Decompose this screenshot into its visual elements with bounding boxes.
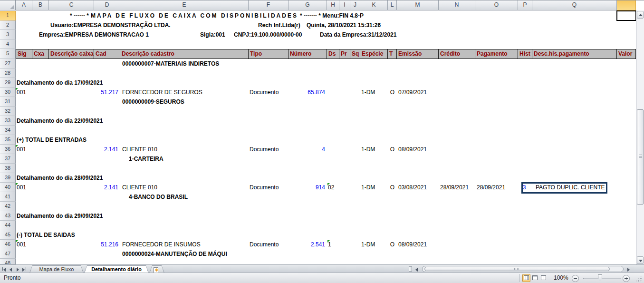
cell-g36[interactable]: 4 [288,145,325,154]
cell-e37[interactable]: 1-CARTEIRA [129,154,163,164]
row-header-45[interactable]: 45 [0,230,16,240]
row-header-43[interactable]: 43 [0,211,16,221]
row-header-33[interactable]: 33 [0,116,16,126]
column-header-k[interactable]: K [360,0,388,10]
zoom-slider-track[interactable] [583,278,621,279]
cell-l30[interactable]: O [388,88,397,97]
cell-o40[interactable]: 28/09/2021 [477,183,505,192]
scroll-down-button[interactable] [637,256,644,264]
column-header-j[interactable]: J [350,0,360,10]
band-header-emissao[interactable]: Emissão [397,49,439,59]
cell-sigla[interactable]: Sigla:001 [200,30,225,39]
row-header-3[interactable]: 3 [0,30,16,39]
row-header-48[interactable]: 48 [0,259,16,264]
cell-a29[interactable]: Detalhamento do dia 17/09/2021 [17,78,103,88]
band-header-especie[interactable]: Espécie [360,49,388,59]
cell-a30[interactable]: 001 [17,88,26,97]
previous-sheet-button[interactable] [8,266,14,272]
cell-a36[interactable]: 001 [17,145,26,154]
cell-m36[interactable]: 08/09/2021 [398,145,427,154]
row-header-36[interactable]: 36 [0,145,16,154]
last-sheet-button[interactable] [21,266,28,272]
cell-f36[interactable]: Documento [250,145,279,154]
cell-g30[interactable]: 65.874 [288,88,325,97]
cell-a35[interactable]: (+) TOTAL DE ENTRADAS [17,135,87,145]
column-header-selected[interactable] [617,0,636,10]
cell-datetime[interactable]: Quinta, 28/10/2021 15:31:26 [307,20,381,30]
column-header-l[interactable]: L [388,0,397,10]
column-header-g[interactable]: G [288,0,327,10]
column-header-m[interactable]: M [397,0,439,10]
cell-l46[interactable]: O [388,240,397,249]
cell-d36[interactable]: 2.141 [94,145,118,154]
row-header-39[interactable]: 39 [0,173,16,183]
band-header-ds[interactable]: Ds [327,49,339,59]
column-header-n[interactable]: N [439,0,475,10]
column-header-d[interactable]: D [94,0,120,10]
cell-f40[interactable]: Documento [250,183,279,192]
zoom-level-label[interactable]: 100% [554,274,568,281]
cell-a39[interactable]: Detalhamento do dia 28/09/2021 [17,173,103,183]
first-sheet-button[interactable] [1,266,8,272]
horizontal-scrollbar[interactable] [422,266,624,272]
select-all-corner[interactable] [0,0,16,10]
column-header-p[interactable]: P [518,0,532,10]
column-header-a[interactable]: A [16,0,32,10]
band-header-descricao-caixa[interactable]: Descrição caixa [49,49,94,59]
cell-e46[interactable]: FORNECEDOR DE INSUMOS [122,240,201,249]
column-header-f[interactable]: F [249,0,288,10]
row-header-37[interactable]: 37 [0,154,16,164]
band-header-cxa[interactable]: Cxa [32,49,49,59]
cell-n40[interactable]: 28/09/2021 [440,183,469,192]
band-header-sq[interactable]: Sq [350,49,360,59]
band-header-pr[interactable]: Pr [339,49,350,59]
cell-empresa[interactable]: Empresa:EMPRESA DEMONSTRACAO 1 [39,30,149,39]
next-sheet-button[interactable] [15,266,21,272]
column-header-i[interactable]: I [339,0,350,10]
window-resize-grip[interactable] [635,275,642,282]
row-header-40[interactable]: 40 [0,183,16,192]
cell-m40[interactable]: 03/08/2021 [398,183,427,192]
vertical-scrollbar-thumb[interactable] [637,109,644,205]
zoom-out-button[interactable] [572,275,579,282]
cell-k36[interactable]: 1-DM [361,145,375,154]
hscroll-left-button[interactable] [414,266,420,272]
column-header-o[interactable]: O [475,0,518,10]
row-header-2[interactable]: 2 [0,20,16,30]
report-title[interactable]: * ------ *MAPA DE FLUXO DE CAIXA COM DIS… [70,11,364,20]
column-header-q[interactable]: Q [532,0,617,10]
row-header-28[interactable]: 28 [0,68,16,78]
cell-e47[interactable]: 0000000024-MANUTENÇÃO DE MÁQUI [122,249,227,259]
cell-a33[interactable]: Detalhamento do dia 22/09/2021 [17,116,103,126]
cell-k30[interactable]: 1-DM [361,88,375,97]
tab-split-handle[interactable] [409,266,412,272]
row-header-32[interactable]: 32 [0,107,16,116]
row-header-5[interactable]: 5 [0,49,16,59]
cell-e31[interactable]: 0000000009-SEGUROS [122,97,184,107]
cell-d40[interactable]: 2.141 [94,183,118,192]
cell-k46[interactable]: 1-DM [361,240,375,249]
band-header-credito[interactable]: Crédito [439,49,475,59]
band-header-desc-his-pagamento[interactable]: Desc.his.pagamento [532,49,617,59]
normal-view-button[interactable] [522,274,530,282]
cell-m30[interactable]: 07/09/2021 [398,88,427,97]
cell-a45[interactable]: (-) TOTAL DE SAIDAS [17,230,75,240]
row-header-1[interactable]: 1 [0,11,16,20]
cell-e40[interactable]: CLIENTE 010 [122,183,157,192]
cell-e36[interactable]: CLIENTE 010 [122,145,157,154]
tab-mapa-de-fluxo[interactable]: Mapa de Fluxo [29,265,84,273]
band-header-descricao-cadastro[interactable]: Descrição cadastro [120,49,249,59]
column-header-e[interactable]: E [120,0,249,10]
cell-usuario[interactable]: Usuario:EMPRESA DEMONSTRAÇÃO LTDA. [50,20,171,30]
row-header-4[interactable]: 4 [0,39,16,49]
band-header-valor[interactable]: Valor [617,49,636,59]
band-header-cad[interactable]: Cad [94,49,120,59]
row-header-35[interactable]: 35 [0,135,16,145]
row-header-34[interactable]: 34 [0,126,16,135]
cell-e30[interactable]: FORNECEDOR DE SEGUROS [122,88,202,97]
row-header-46[interactable]: 46 [0,240,16,249]
band-header-pagamento[interactable]: Pagamento [475,49,518,59]
cell-m46[interactable]: 08/09/2021 [398,240,427,249]
column-header-b[interactable]: B [32,0,49,10]
row-header-41[interactable]: 41 [0,192,16,202]
